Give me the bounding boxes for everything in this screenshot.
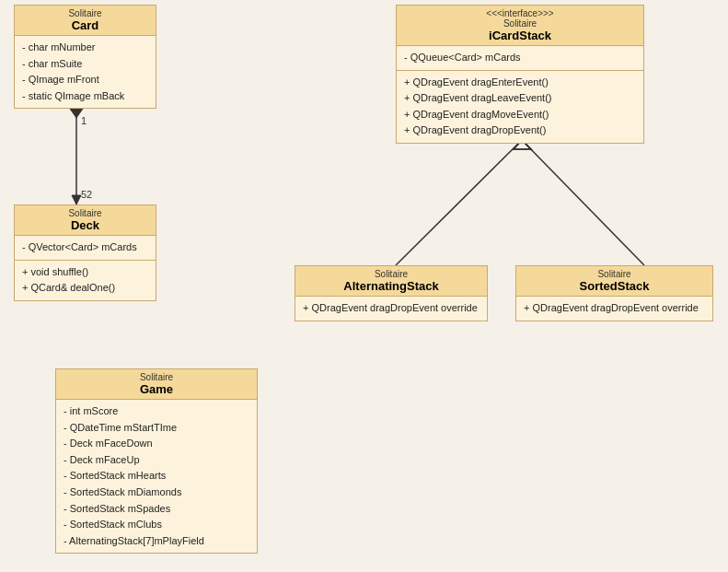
alternatingstack-title: AlternatingStack bbox=[301, 279, 481, 293]
game-header: Solitaire Game bbox=[56, 369, 257, 400]
deck-namespace: Solitaire bbox=[20, 208, 150, 218]
game-attr-4: - Deck mFaceUp bbox=[64, 452, 249, 469]
sortedstack-namespace: Solitaire bbox=[522, 269, 707, 279]
deck-methods: + void shuffle() + QCard& dealOne() bbox=[15, 261, 156, 300]
deck-method-1: + void shuffle() bbox=[22, 264, 148, 281]
game-attr-5: - SortedStack mHearts bbox=[64, 468, 249, 484]
alternatingstack-box: Solitaire AlternatingStack + QDragEvent … bbox=[295, 265, 488, 321]
icardstack-namespace: Solitaire bbox=[402, 18, 638, 29]
svg-text:52: 52 bbox=[81, 189, 92, 200]
sortedstack-header: Solitaire SortedStack bbox=[516, 266, 712, 297]
card-attr-3: - QImage mFront bbox=[22, 72, 148, 88]
icardstack-method-4: + QDragEvent dragDropEvent() bbox=[404, 123, 636, 139]
card-attributes: - char mNumber - char mSuite - QImage mF… bbox=[15, 36, 156, 108]
icardstack-method-1: + QDragEvent dragEnterEvent() bbox=[404, 75, 636, 91]
deck-attributes: - QVector<Card> mCards bbox=[15, 236, 156, 261]
icardstack-method-3: + QDragEvent dragMoveEvent() bbox=[404, 107, 636, 123]
icardstack-title: iCardStack bbox=[402, 29, 638, 42]
svg-text:1: 1 bbox=[81, 115, 87, 126]
game-attr-8: - SortedStack mClubs bbox=[64, 517, 249, 533]
game-namespace: Solitaire bbox=[62, 372, 251, 382]
icardstack-stereotype: <<<interface>>> bbox=[402, 8, 638, 18]
game-attributes: - int mScore - QDateTime mStartTIme - De… bbox=[56, 400, 257, 553]
alternatingstack-header: Solitaire AlternatingStack bbox=[295, 266, 487, 297]
game-attr-2: - QDateTime mStartTIme bbox=[64, 420, 249, 437]
game-title: Game bbox=[62, 382, 251, 396]
sortedstack-method-1: + QDragEvent dragDropEvent override bbox=[524, 300, 705, 317]
card-attr-4: - static QImage mBack bbox=[22, 88, 148, 105]
game-attr-9: - AlternatingStack[7]mPlayField bbox=[64, 533, 249, 550]
svg-marker-2 bbox=[72, 195, 81, 204]
deck-method-2: + QCard& dealOne() bbox=[22, 280, 148, 297]
icardstack-method-2: + QDragEvent dragLeaveEvent() bbox=[404, 90, 636, 107]
deck-title: Deck bbox=[20, 218, 150, 232]
sortedstack-methods: + QDragEvent dragDropEvent override bbox=[516, 297, 712, 321]
alternatingstack-method-1: + QDragEvent dragDropEvent override bbox=[303, 300, 480, 317]
svg-line-7 bbox=[522, 140, 644, 265]
sortedstack-box: Solitaire SortedStack + QDragEvent dragD… bbox=[515, 265, 713, 321]
card-namespace: Solitaire bbox=[20, 8, 150, 18]
game-attr-3: - Deck mFaceDown bbox=[64, 436, 249, 452]
icardstack-methods: + QDragEvent dragEnterEvent() + QDragEve… bbox=[397, 71, 643, 143]
game-attr-1: - int mScore bbox=[64, 403, 249, 420]
card-header: Solitaire Card bbox=[15, 6, 156, 36]
card-attr-1: - char mNumber bbox=[22, 40, 148, 56]
game-attr-7: - SortedStack mSpades bbox=[64, 501, 249, 518]
card-title: Card bbox=[20, 18, 150, 32]
alternatingstack-namespace: Solitaire bbox=[301, 269, 481, 279]
alternatingstack-methods: + QDragEvent dragDropEvent override bbox=[295, 297, 487, 321]
icardstack-box: <<<interface>>> Solitaire iCardStack - Q… bbox=[396, 5, 644, 144]
card-box: Solitaire Card - char mNumber - char mSu… bbox=[14, 5, 156, 109]
deck-attr-1: - QVector<Card> mCards bbox=[22, 239, 148, 256]
deck-header: Solitaire Deck bbox=[15, 205, 156, 236]
game-box: Solitaire Game - int mScore - QDateTime … bbox=[55, 368, 258, 554]
icardstack-header: <<<interface>>> Solitaire iCardStack bbox=[397, 6, 643, 46]
svg-line-5 bbox=[396, 140, 522, 265]
deck-box: Solitaire Deck - QVector<Card> mCards + … bbox=[14, 204, 156, 301]
game-attr-6: - SortedStack mDiamonds bbox=[64, 484, 249, 501]
icardstack-attr-1: - QQueue<Card> mCards bbox=[404, 50, 636, 66]
sortedstack-title: SortedStack bbox=[522, 279, 707, 293]
icardstack-attributes: - QQueue<Card> mCards bbox=[397, 46, 643, 71]
card-attr-2: - char mSuite bbox=[22, 56, 148, 73]
